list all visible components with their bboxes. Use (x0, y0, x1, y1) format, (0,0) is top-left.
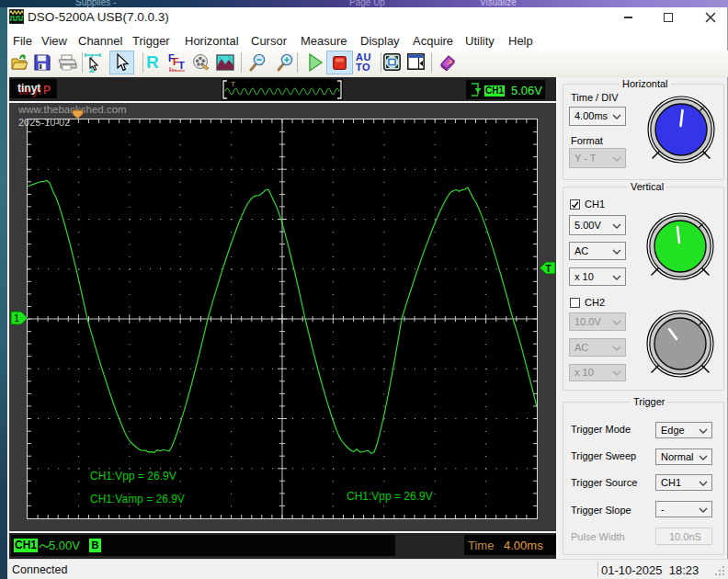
svg-text:1: 1 (14, 312, 19, 324)
svg-text:T: T (231, 80, 235, 88)
svg-text:T: T (546, 264, 552, 274)
svg-text:T: T (178, 60, 185, 71)
